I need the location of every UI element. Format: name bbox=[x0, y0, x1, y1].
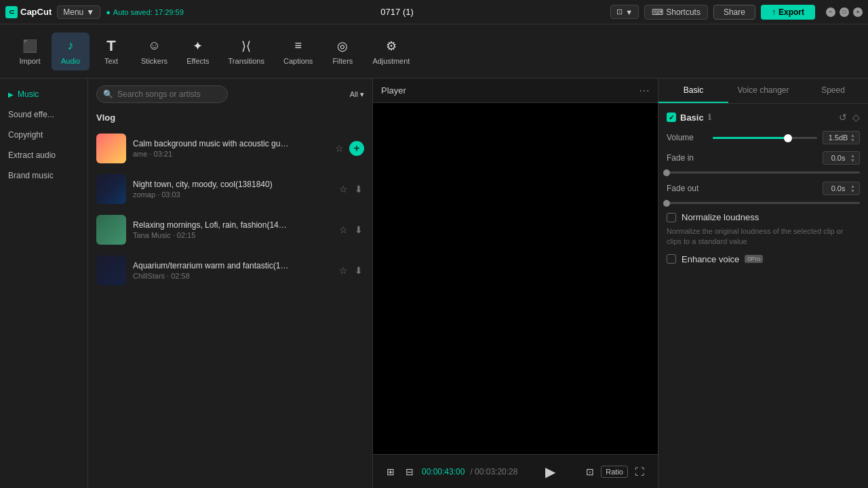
player-menu-button[interactable]: ⋯ bbox=[639, 84, 650, 97]
pro-badge: 0Pro bbox=[745, 255, 763, 263]
window-controls: − □ × bbox=[826, 7, 863, 17]
tool-adjustment-label: Adjustment bbox=[372, 57, 410, 65]
ratio-button[interactable]: Ratio bbox=[601, 466, 628, 478]
fullscreen-button[interactable]: ⛶ bbox=[632, 464, 647, 480]
sidebar-item-brand-music[interactable]: Brand music bbox=[0, 165, 87, 186]
enhance-checkbox[interactable] bbox=[667, 254, 676, 264]
tool-text[interactable]: T Text bbox=[92, 33, 130, 70]
track-thumbnail bbox=[96, 215, 126, 245]
fade-in-down-icon[interactable]: ▼ bbox=[850, 158, 855, 163]
monitor-arrow-icon: ▼ bbox=[625, 8, 633, 16]
favorite-button[interactable]: ☆ bbox=[334, 142, 345, 155]
reset-icon-button[interactable]: ↺ bbox=[839, 112, 847, 123]
normalize-checkbox[interactable] bbox=[667, 213, 676, 222]
music-label: Music bbox=[18, 89, 39, 99]
track-meta: Tana Music · 02:15 bbox=[133, 231, 331, 239]
player-viewport bbox=[373, 103, 658, 454]
list-item[interactable]: Night town, city, moody, cool(1381840) z… bbox=[88, 169, 372, 209]
extract-audio-label: Extract audio bbox=[8, 150, 56, 160]
list-item[interactable]: Calm background music with acoustic guit… bbox=[88, 128, 372, 169]
menu-button[interactable]: Menu ▼ bbox=[57, 5, 100, 19]
normalize-label: Normalize loudness bbox=[682, 212, 759, 222]
basic-section-title: ✓ Basic ℹ bbox=[667, 113, 711, 123]
monitor-button[interactable]: ⊡ ▼ bbox=[610, 5, 639, 19]
tool-captions[interactable]: ≡ Captions bbox=[275, 33, 321, 70]
basic-section-header: ✓ Basic ℹ ↺ ◇ bbox=[667, 112, 860, 123]
grid-button-2[interactable]: ⊟ bbox=[403, 464, 416, 480]
volume-arrows[interactable]: ▲ ▼ bbox=[850, 133, 855, 142]
volume-row: Volume 1.5dB ▲ ▼ bbox=[667, 131, 860, 144]
volume-value: 1.5dB ▲ ▼ bbox=[823, 131, 860, 144]
topbar-right: ⊡ ▼ ⌨ Shortcuts Share ↑ Export − □ × bbox=[610, 5, 863, 20]
shortcuts-label: Shortcuts bbox=[666, 7, 701, 17]
minimize-button[interactable]: − bbox=[826, 7, 835, 17]
fade-out-up-icon[interactable]: ▲ bbox=[850, 184, 855, 188]
fade-out-down-icon[interactable]: ▼ bbox=[850, 188, 855, 193]
share-button[interactable]: Share bbox=[713, 5, 755, 20]
volume-up-icon[interactable]: ▲ bbox=[850, 133, 855, 138]
enhance-voice-row: Enhance voice 0Pro bbox=[667, 254, 860, 264]
fade-in-arrows[interactable]: ▲ ▼ bbox=[850, 153, 855, 163]
list-item[interactable]: Relaxing mornings, Lofi, rain, fashion(1… bbox=[88, 209, 372, 250]
download-button[interactable]: ⬇ bbox=[353, 264, 364, 277]
volume-slider[interactable] bbox=[713, 137, 817, 139]
music-list: Calm background music with acoustic guit… bbox=[88, 128, 372, 488]
favorite-button[interactable]: ☆ bbox=[338, 264, 349, 277]
tool-import[interactable]: ⬛ Import bbox=[11, 33, 49, 70]
close-button[interactable]: × bbox=[853, 7, 863, 17]
fade-out-value: 0.0s ▲ ▼ bbox=[823, 182, 860, 195]
list-item[interactable]: Aquarium/terrarium warm and fantastic(13… bbox=[88, 250, 372, 291]
fade-in-label: Fade in bbox=[667, 153, 707, 163]
basic-checkbox[interactable]: ✓ bbox=[667, 113, 676, 122]
add-track-button[interactable]: + bbox=[349, 141, 364, 156]
track-thumbnail bbox=[96, 256, 126, 285]
shortcuts-button[interactable]: ⌨ Shortcuts bbox=[644, 5, 708, 20]
volume-down-icon[interactable]: ▼ bbox=[850, 138, 855, 142]
sidebar-item-extract-audio[interactable]: Extract audio bbox=[0, 145, 87, 165]
tool-adjustment[interactable]: ⚙ Adjustment bbox=[364, 33, 418, 70]
export-button[interactable]: ↑ Export bbox=[761, 5, 815, 20]
topbar-left: ⊂ CapCut Menu ▼ ● Auto saved: 17:29:59 bbox=[5, 5, 184, 19]
download-button[interactable]: ⬇ bbox=[353, 223, 364, 237]
fade-in-slider[interactable] bbox=[667, 171, 860, 174]
filter-all-label: All bbox=[350, 90, 358, 98]
toolbar: ⬛ Import ♪ Audio T Text ☺ Stickers ✦ Eff… bbox=[0, 24, 868, 79]
search-bar: 🔍 All ▾ bbox=[88, 79, 372, 110]
tool-transitions[interactable]: ⟩⟨ Transitions bbox=[220, 33, 273, 70]
sidebar-item-sound-effects[interactable]: Sound effe... bbox=[0, 104, 87, 125]
grid-button[interactable]: ⊞ bbox=[384, 464, 397, 480]
search-input[interactable] bbox=[96, 85, 228, 103]
enhance-label: Enhance voice bbox=[682, 254, 739, 264]
tool-filters[interactable]: ◎ Filters bbox=[323, 33, 361, 70]
favorite-button[interactable]: ☆ bbox=[338, 223, 349, 237]
tool-stickers-label: Stickers bbox=[141, 57, 167, 65]
topbar: ⊂ CapCut Menu ▼ ● Auto saved: 17:29:59 0… bbox=[0, 0, 868, 24]
time-total: / 00:03:20:28 bbox=[470, 467, 517, 476]
menu-label: Menu bbox=[63, 7, 83, 17]
sidebar-item-music[interactable]: ▶ Music bbox=[0, 84, 87, 104]
fade-out-slider[interactable] bbox=[667, 202, 860, 204]
copyright-label: Copyright bbox=[8, 130, 43, 140]
left-panel: ▶ Music Sound effe... Copyright Extract … bbox=[0, 79, 88, 488]
app-name: CapCut bbox=[20, 7, 52, 17]
tab-speed[interactable]: Speed bbox=[798, 79, 868, 103]
tool-stickers[interactable]: ☺ Stickers bbox=[133, 33, 176, 70]
sidebar-item-copyright[interactable]: Copyright bbox=[0, 125, 87, 145]
tool-audio[interactable]: ♪ Audio bbox=[52, 33, 90, 70]
tab-voice-changer[interactable]: Voice changer bbox=[728, 79, 798, 103]
download-button[interactable]: ⬇ bbox=[353, 182, 364, 196]
play-button[interactable]: ▶ bbox=[542, 461, 558, 483]
maximize-button[interactable]: □ bbox=[840, 7, 849, 17]
fit-button[interactable]: ⊡ bbox=[583, 464, 597, 480]
favorite-button[interactable]: ☆ bbox=[338, 182, 349, 196]
tab-basic[interactable]: Basic bbox=[658, 79, 728, 103]
keyboard-icon: ⌨ bbox=[652, 7, 663, 17]
filter-button[interactable]: All ▾ bbox=[350, 90, 364, 99]
fade-in-up-icon[interactable]: ▲ bbox=[850, 153, 855, 158]
track-info: Relaxing mornings, Lofi, rain, fashion(1… bbox=[133, 220, 331, 239]
fade-out-arrows[interactable]: ▲ ▼ bbox=[850, 184, 855, 193]
tool-effects[interactable]: ✦ Effects bbox=[178, 33, 217, 70]
diamond-icon-button[interactable]: ◇ bbox=[852, 112, 860, 123]
export-label: Export bbox=[778, 7, 804, 17]
time-current: 00:00:43:00 bbox=[422, 467, 465, 476]
